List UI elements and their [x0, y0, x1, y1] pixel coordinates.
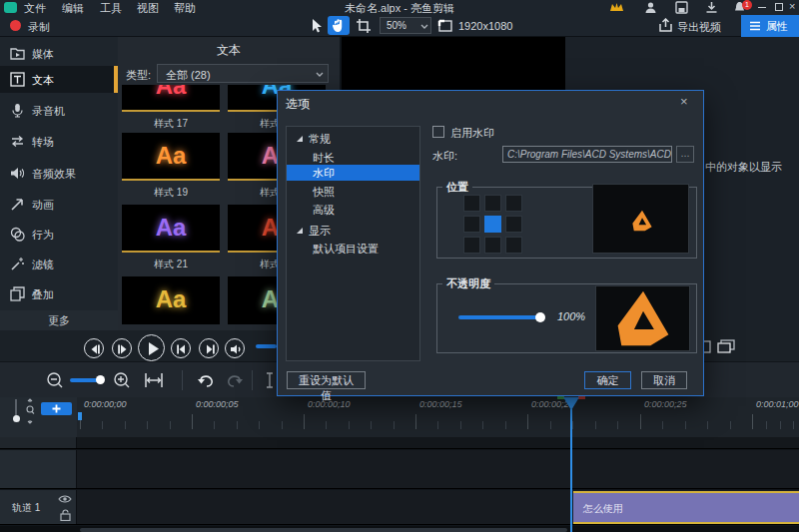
reset-defaults-button[interactable]: 重设为默认值 [287, 371, 366, 389]
dialog-close-icon[interactable]: × [680, 94, 688, 109]
close-window-button[interactable]: × [789, 0, 795, 12]
type-filter-select[interactable]: 全部 (28) [157, 64, 329, 83]
ruler-tick-minor [595, 421, 596, 429]
volume-slider[interactable] [256, 344, 277, 348]
position-cell-bottom-center[interactable] [484, 237, 501, 254]
menu-file[interactable]: 文件 [24, 1, 46, 16]
position-cell-top-center[interactable] [484, 195, 501, 212]
sidebar-item-recorder[interactable]: 录音机 [0, 97, 118, 124]
position-cell-middle-right[interactable] [505, 216, 522, 233]
tree-item-snapshot[interactable]: 快照 [287, 184, 419, 200]
transition-arrows-icon [10, 134, 25, 149]
text-style-thumb[interactable]: Aa [122, 85, 220, 112]
text-style-thumb[interactable]: Aa [122, 205, 220, 253]
minimize-button[interactable] [758, 7, 766, 8]
track-zoom-control-icon[interactable] [25, 398, 35, 424]
sidebar-item-animation[interactable]: 动画 [0, 191, 118, 218]
export-video-button[interactable]: 导出视频 [677, 20, 721, 35]
opacity-group: 不透明度 100% [436, 283, 697, 353]
next-frame-button[interactable] [112, 338, 132, 358]
account-icon[interactable] [644, 1, 657, 14]
browse-button[interactable]: ... [676, 146, 694, 163]
go-to-end-button[interactable] [199, 338, 219, 358]
add-track-button[interactable] [41, 402, 72, 415]
record-icon[interactable] [10, 20, 21, 31]
properties-button[interactable]: 属性 [741, 15, 799, 37]
text-style-thumb[interactable]: Aa [122, 276, 220, 324]
sidebar-item-behavior[interactable]: 行为 [0, 221, 118, 248]
notification-badge: 1 [742, 0, 752, 10]
hand-tool-button[interactable] [328, 16, 350, 35]
record-label[interactable]: 录制 [28, 20, 50, 35]
track-height-slider-track[interactable] [15, 399, 17, 416]
tree-item-watermark[interactable]: 水印 [287, 165, 419, 181]
menu-tools[interactable]: 工具 [100, 1, 122, 16]
zoom-in-icon[interactable] [113, 371, 131, 389]
tree-item-default-project-settings[interactable]: 默认项目设置 [287, 241, 419, 257]
menu-help[interactable]: 帮助 [174, 1, 196, 16]
opacity-slider-track[interactable] [458, 315, 541, 319]
select-tool-icon[interactable] [310, 18, 325, 34]
play-button[interactable] [138, 334, 165, 361]
empty-track-header [0, 450, 77, 488]
track-row-1[interactable]: 轨道 1 怎么使用 [0, 490, 799, 525]
opacity-slider-thumb[interactable] [535, 312, 545, 322]
track-height-slider-thumb[interactable] [13, 415, 20, 422]
position-cell-middle-left[interactable] [463, 216, 480, 233]
position-cell-top-left[interactable] [463, 195, 480, 212]
menu-edit[interactable]: 编辑 [62, 1, 84, 16]
split-tool-icon[interactable] [264, 372, 276, 388]
ruler-tick-minor [662, 421, 663, 429]
prev-frame-button[interactable] [84, 338, 104, 358]
tree-item-advanced[interactable]: 高级 [287, 202, 419, 218]
sidebar-item-media[interactable]: 媒体 [0, 40, 118, 67]
ruler-tick-minor [125, 421, 126, 429]
sidebar-item-transitions[interactable]: 转场 [0, 128, 118, 155]
sidebar-item-label: 滤镜 [32, 258, 54, 272]
sidebar-item-text[interactable]: 文本 [0, 66, 118, 93]
save-icon[interactable] [675, 1, 688, 14]
go-to-start-button[interactable] [171, 338, 191, 358]
text-icon [10, 72, 25, 87]
enable-watermark-checkbox[interactable] [432, 126, 444, 138]
ok-button[interactable]: 确定 [584, 371, 631, 389]
sidebar-item-audio-effects[interactable]: 音频效果 [0, 160, 118, 187]
ruler-tick-minor [349, 421, 350, 429]
sidebar-more-button[interactable]: 更多 [0, 310, 118, 330]
track-lock-icon[interactable] [60, 509, 71, 521]
track-visibility-eye-icon[interactable] [58, 494, 72, 504]
empty-track-row[interactable] [0, 450, 799, 489]
canvas-size-icon[interactable] [437, 18, 453, 33]
text-style-thumb[interactable]: Aa [122, 133, 220, 181]
tree-item-duration[interactable]: 时长 [287, 150, 419, 166]
premium-crown-icon[interactable] [609, 1, 624, 13]
horizontal-scrollbar[interactable] [80, 528, 567, 532]
undo-icon[interactable] [197, 372, 216, 388]
zoom-level-select[interactable]: 50% [380, 17, 431, 34]
tree-group-display[interactable]: 显示 [287, 223, 419, 239]
timeline-zoom-slider-thumb[interactable] [96, 375, 105, 384]
timeline-clip[interactable]: 怎么使用 [573, 491, 799, 524]
watermark-path-input[interactable]: C:\Program Files\ACD Systems\ACDSee Lux [502, 146, 672, 163]
tree-group-general[interactable]: 常规 [287, 131, 419, 147]
picture-in-picture-icon[interactable] [717, 339, 735, 354]
position-cell-center-selected[interactable] [484, 216, 501, 233]
export-icon[interactable] [658, 18, 673, 33]
download-icon[interactable] [705, 1, 718, 14]
position-cell-bottom-left[interactable] [463, 237, 480, 254]
volume-button[interactable] [225, 338, 245, 358]
cancel-button[interactable]: 取消 [641, 371, 687, 389]
position-cell-bottom-right[interactable] [505, 237, 522, 254]
fit-timeline-icon[interactable] [144, 372, 164, 388]
crop-tool-icon[interactable] [356, 18, 372, 34]
timeline-ruler[interactable]: 0:00:00;000:00:00;050:00:00;100:00:00;15… [0, 397, 799, 437]
position-cell-top-right[interactable] [505, 195, 522, 212]
zoom-out-icon[interactable] [46, 371, 64, 389]
sidebar-item-overlay[interactable]: 叠加 [0, 280, 118, 307]
menu-view[interactable]: 视图 [137, 1, 159, 16]
maximize-button[interactable] [775, 3, 783, 11]
main-toolbar: 录制 50% 1920x1080 导出视频 属性 [0, 15, 799, 37]
sidebar-item-filters[interactable]: 滤镜 [0, 251, 118, 277]
redo-icon[interactable] [225, 372, 244, 388]
sidebar-more-label: 更多 [0, 313, 118, 328]
